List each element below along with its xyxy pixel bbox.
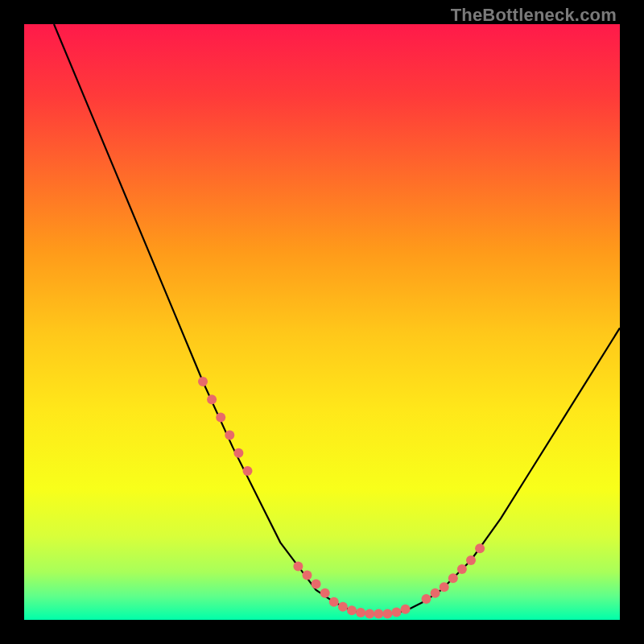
highlight-dot bbox=[293, 561, 303, 571]
highlight-dot bbox=[431, 588, 440, 598]
highlight-dot bbox=[401, 605, 411, 614]
highlight-dot bbox=[374, 609, 383, 619]
highlight-dot bbox=[225, 431, 234, 440]
highlight-dot bbox=[243, 466, 253, 476]
highlight-dot bbox=[329, 597, 339, 607]
chart-svg bbox=[24, 24, 620, 620]
highlight-dot bbox=[303, 571, 312, 580]
highlight-dot bbox=[233, 448, 243, 458]
watermark-text: TheBottleneck.com bbox=[451, 5, 617, 26]
highlight-dot bbox=[312, 580, 321, 589]
highlight-dot bbox=[320, 588, 330, 598]
plot-area bbox=[24, 24, 620, 620]
highlight-dot bbox=[440, 582, 449, 592]
highlight-dot bbox=[356, 608, 365, 617]
highlight-dot bbox=[216, 412, 225, 422]
highlight-dot bbox=[448, 573, 458, 583]
highlight-dot bbox=[475, 543, 485, 553]
highlight-dot bbox=[207, 394, 217, 404]
highlight-dot bbox=[392, 607, 402, 617]
highlight-dot bbox=[347, 605, 357, 615]
bottleneck-curve bbox=[54, 24, 620, 614]
highlight-dot bbox=[365, 609, 374, 619]
highlight-dot bbox=[382, 609, 392, 619]
highlight-points bbox=[198, 377, 485, 619]
highlight-dot bbox=[338, 602, 348, 612]
highlight-dot bbox=[422, 594, 431, 604]
highlight-dot bbox=[457, 564, 467, 574]
highlight-dot bbox=[198, 377, 208, 386]
chart-frame: TheBottleneck.com bbox=[0, 0, 644, 644]
highlight-dot bbox=[466, 555, 476, 565]
